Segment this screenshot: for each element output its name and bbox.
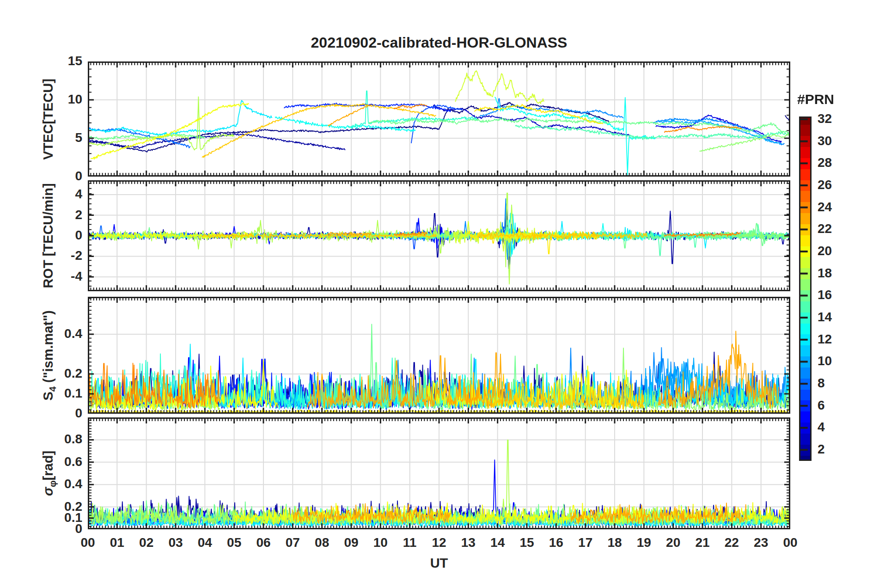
y-tick-label: 0.6: [27, 454, 82, 469]
y-tick-label: 0: [27, 406, 82, 421]
colorbar-tick-label: 2: [818, 442, 850, 457]
colorbar-tick-label: 30: [818, 134, 850, 148]
y-tick-label: 5: [27, 130, 82, 145]
y-tick-label: 0.1: [27, 386, 82, 401]
colorbar-tick-label: 20: [818, 244, 850, 258]
colorbar-tick-label: 26: [818, 178, 850, 192]
sigma-phi-axis-label: σφ[rad]: [39, 376, 57, 570]
figure-title: 20210902-calibrated-HOR-GLONASS: [88, 34, 790, 51]
sigma-phi-plot-canvas: [88, 417, 790, 529]
colorbar-tick-label: 22: [818, 221, 850, 236]
figure-window: 20210902-calibrated-HOR-GLONASS VTEC[TEC…: [0, 0, 879, 588]
y-tick-label: 2: [27, 208, 82, 222]
rot-plot-canvas: [88, 180, 790, 291]
y-tick-label: 0: [27, 169, 82, 184]
colorbar-tick-label: 18: [818, 266, 850, 281]
y-tick-label: 0.4: [27, 326, 82, 341]
y-tick-label: 15: [27, 54, 82, 68]
y-tick-label: 10: [27, 92, 82, 107]
y-tick-label: 4: [27, 187, 82, 202]
colorbar-tick-label: 24: [818, 200, 850, 214]
colorbar-tick-label: 6: [818, 398, 850, 413]
x-axis-label: UT: [88, 556, 790, 571]
y-tick-label: 0.2: [27, 366, 82, 381]
x-tick-label: 00: [772, 535, 809, 550]
y-tick-label: 0.8: [27, 432, 82, 447]
y-tick-label: -2: [27, 248, 82, 263]
colorbar: [799, 116, 812, 461]
vtec-plot-canvas: [88, 61, 790, 177]
colorbar-tick-label: 4: [818, 420, 850, 435]
y-tick-label: 0.4: [27, 477, 82, 491]
y-tick-label: 0.2: [27, 499, 82, 514]
colorbar-tick-label: 10: [818, 354, 850, 368]
colorbar-tick-label: 28: [818, 155, 850, 170]
colorbar-tick-label: 16: [818, 288, 850, 302]
colorbar-tick-label: 32: [818, 111, 850, 126]
s4-plot-canvas: [88, 297, 790, 414]
colorbar-title: #PRN: [786, 92, 846, 107]
colorbar-tick-label: 8: [818, 376, 850, 391]
colorbar-tick-label: 12: [818, 332, 850, 347]
y-tick-label: -4: [27, 269, 82, 284]
y-tick-label: 0: [27, 228, 82, 243]
colorbar-tick-label: 14: [818, 310, 850, 325]
